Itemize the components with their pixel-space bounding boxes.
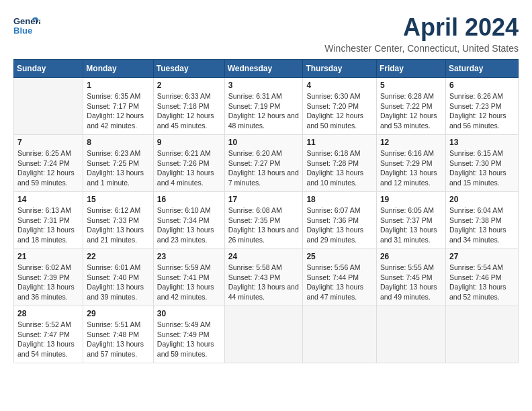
calendar-cell [224, 306, 303, 363]
calendar-cell [14, 78, 83, 135]
calendar-table: SundayMondayTuesdayWednesdayThursdayFrid… [13, 59, 519, 363]
day-number: 27 [449, 252, 515, 261]
day-info: Sunrise: 6:20 AMSunset: 7:27 PMDaylight:… [228, 148, 300, 188]
day-info: Sunrise: 6:35 AMSunset: 7:17 PMDaylight:… [87, 91, 149, 131]
day-info: Sunrise: 6:13 AMSunset: 7:31 PMDaylight:… [17, 205, 79, 245]
calendar-cell: 20Sunrise: 6:04 AMSunset: 7:38 PMDayligh… [445, 192, 518, 249]
day-info: Sunrise: 6:21 AMSunset: 7:26 PMDaylight:… [157, 148, 221, 188]
day-info: Sunrise: 6:25 AMSunset: 7:24 PMDaylight:… [17, 148, 79, 188]
day-info: Sunrise: 6:26 AMSunset: 7:23 PMDaylight:… [449, 91, 515, 131]
day-info: Sunrise: 6:23 AMSunset: 7:25 PMDaylight:… [87, 148, 149, 188]
day-number: 24 [228, 252, 300, 261]
day-number: 2 [157, 81, 221, 90]
day-number: 6 [449, 81, 515, 90]
calendar-cell [376, 306, 445, 363]
day-number: 20 [449, 195, 515, 204]
day-number: 8 [87, 138, 149, 147]
day-number: 3 [228, 81, 300, 90]
day-number: 13 [449, 138, 515, 147]
day-number: 17 [228, 195, 300, 204]
day-info: Sunrise: 5:52 AMSunset: 7:47 PMDaylight:… [17, 320, 79, 359]
calendar-cell [445, 306, 518, 363]
calendar-cell: 24Sunrise: 5:58 AMSunset: 7:43 PMDayligh… [224, 249, 303, 306]
calendar-cell: 14Sunrise: 6:13 AMSunset: 7:31 PMDayligh… [14, 192, 83, 249]
day-number: 22 [87, 252, 149, 261]
calendar-week-row-1: 1Sunrise: 6:35 AMSunset: 7:17 PMDaylight… [14, 78, 519, 135]
day-number: 4 [306, 81, 373, 90]
calendar-cell: 10Sunrise: 6:20 AMSunset: 7:27 PMDayligh… [224, 135, 303, 192]
day-info: Sunrise: 6:08 AMSunset: 7:35 PMDaylight:… [228, 205, 300, 245]
calendar-cell: 3Sunrise: 6:31 AMSunset: 7:19 PMDaylight… [224, 78, 303, 135]
calendar-cell: 7Sunrise: 6:25 AMSunset: 7:24 PMDaylight… [14, 135, 83, 192]
title-area: April 2024 Winchester Center, Connecticu… [324, 13, 519, 54]
day-number: 30 [157, 309, 221, 318]
day-info: Sunrise: 5:51 AMSunset: 7:48 PMDaylight:… [87, 320, 149, 359]
day-number: 19 [380, 195, 442, 204]
calendar-cell: 25Sunrise: 5:56 AMSunset: 7:44 PMDayligh… [303, 249, 377, 306]
day-info: Sunrise: 5:59 AMSunset: 7:41 PMDaylight:… [157, 263, 221, 302]
logo: General Blue [13, 13, 40, 43]
day-info: Sunrise: 6:33 AMSunset: 7:18 PMDaylight:… [157, 91, 221, 131]
calendar-cell: 11Sunrise: 6:18 AMSunset: 7:28 PMDayligh… [303, 135, 377, 192]
month-title: April 2024 [324, 13, 519, 42]
calendar-cell: 15Sunrise: 6:12 AMSunset: 7:33 PMDayligh… [83, 192, 153, 249]
weekday-header-row: SundayMondayTuesdayWednesdayThursdayFrid… [14, 60, 519, 78]
calendar-cell: 9Sunrise: 6:21 AMSunset: 7:26 PMDaylight… [153, 135, 224, 192]
weekday-header-saturday: Saturday [445, 60, 518, 78]
location-title: Winchester Center, Connecticut, United S… [324, 43, 519, 54]
day-number: 23 [157, 252, 221, 261]
day-info: Sunrise: 6:31 AMSunset: 7:19 PMDaylight:… [228, 91, 300, 131]
calendar-cell: 5Sunrise: 6:28 AMSunset: 7:22 PMDaylight… [376, 78, 445, 135]
day-number: 26 [380, 252, 442, 261]
calendar-cell: 26Sunrise: 5:55 AMSunset: 7:45 PMDayligh… [376, 249, 445, 306]
weekday-header-friday: Friday [376, 60, 445, 78]
calendar-cell: 17Sunrise: 6:08 AMSunset: 7:35 PMDayligh… [224, 192, 303, 249]
day-info: Sunrise: 6:01 AMSunset: 7:40 PMDaylight:… [87, 263, 149, 302]
weekday-header-tuesday: Tuesday [153, 60, 224, 78]
calendar-cell: 2Sunrise: 6:33 AMSunset: 7:18 PMDaylight… [153, 78, 224, 135]
calendar-cell: 19Sunrise: 6:05 AMSunset: 7:37 PMDayligh… [376, 192, 445, 249]
day-info: Sunrise: 6:05 AMSunset: 7:37 PMDaylight:… [380, 205, 442, 245]
day-number: 18 [306, 195, 373, 204]
calendar-cell: 6Sunrise: 6:26 AMSunset: 7:23 PMDaylight… [445, 78, 518, 135]
calendar-cell: 23Sunrise: 5:59 AMSunset: 7:41 PMDayligh… [153, 249, 224, 306]
weekday-header-thursday: Thursday [303, 60, 377, 78]
day-number: 28 [17, 309, 79, 318]
calendar-cell: 13Sunrise: 6:15 AMSunset: 7:30 PMDayligh… [445, 135, 518, 192]
day-number: 16 [157, 195, 221, 204]
calendar-cell: 27Sunrise: 5:54 AMSunset: 7:46 PMDayligh… [445, 249, 518, 306]
calendar-cell: 1Sunrise: 6:35 AMSunset: 7:17 PMDaylight… [83, 78, 153, 135]
day-info: Sunrise: 6:30 AMSunset: 7:20 PMDaylight:… [306, 91, 373, 131]
day-number: 10 [228, 138, 300, 147]
day-number: 7 [17, 138, 79, 147]
calendar-cell: 30Sunrise: 5:49 AMSunset: 7:49 PMDayligh… [153, 306, 224, 363]
day-number: 21 [17, 252, 79, 261]
calendar-week-row-4: 21Sunrise: 6:02 AMSunset: 7:39 PMDayligh… [14, 249, 519, 306]
day-info: Sunrise: 5:49 AMSunset: 7:49 PMDaylight:… [157, 320, 221, 359]
calendar-cell: 12Sunrise: 6:16 AMSunset: 7:29 PMDayligh… [376, 135, 445, 192]
day-info: Sunrise: 6:18 AMSunset: 7:28 PMDaylight:… [306, 148, 373, 188]
weekday-header-sunday: Sunday [14, 60, 83, 78]
weekday-header-monday: Monday [83, 60, 153, 78]
calendar-cell: 18Sunrise: 6:07 AMSunset: 7:36 PMDayligh… [303, 192, 377, 249]
calendar-cell: 28Sunrise: 5:52 AMSunset: 7:47 PMDayligh… [14, 306, 83, 363]
day-info: Sunrise: 5:56 AMSunset: 7:44 PMDaylight:… [306, 263, 373, 302]
weekday-header-wednesday: Wednesday [224, 60, 303, 78]
day-number: 1 [87, 81, 149, 90]
day-number: 5 [380, 81, 442, 90]
day-number: 15 [87, 195, 149, 204]
calendar-cell: 22Sunrise: 6:01 AMSunset: 7:40 PMDayligh… [83, 249, 153, 306]
day-info: Sunrise: 6:16 AMSunset: 7:29 PMDaylight:… [380, 148, 442, 188]
day-number: 14 [17, 195, 79, 204]
day-info: Sunrise: 6:07 AMSunset: 7:36 PMDaylight:… [306, 205, 373, 245]
day-info: Sunrise: 5:58 AMSunset: 7:43 PMDaylight:… [228, 263, 300, 302]
day-info: Sunrise: 5:55 AMSunset: 7:45 PMDaylight:… [380, 263, 442, 302]
page-container: General Blue April 2024 Winchester Cente… [13, 13, 519, 363]
day-info: Sunrise: 5:54 AMSunset: 7:46 PMDaylight:… [449, 263, 515, 302]
day-info: Sunrise: 6:12 AMSunset: 7:33 PMDaylight:… [87, 205, 149, 245]
calendar-week-row-3: 14Sunrise: 6:13 AMSunset: 7:31 PMDayligh… [14, 192, 519, 249]
calendar-cell: 29Sunrise: 5:51 AMSunset: 7:48 PMDayligh… [83, 306, 153, 363]
day-number: 12 [380, 138, 442, 147]
calendar-week-row-5: 28Sunrise: 5:52 AMSunset: 7:47 PMDayligh… [14, 306, 519, 363]
calendar-cell [303, 306, 377, 363]
